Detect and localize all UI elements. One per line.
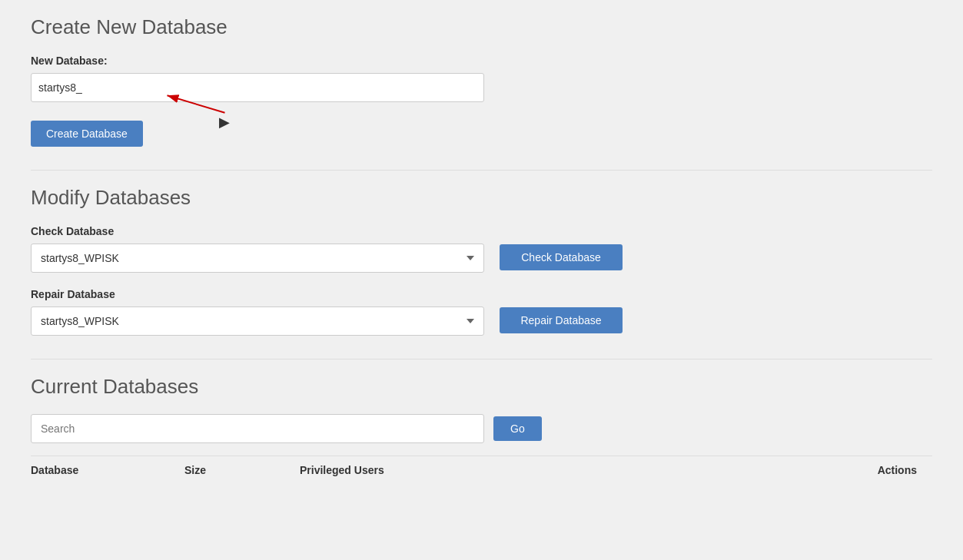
create-database-section: Create New Database New Database: starty… (31, 15, 932, 147)
new-database-input-wrapper: startys8_ (31, 73, 484, 102)
section-divider-2 (31, 359, 932, 360)
col-header-actions: Actions (492, 464, 932, 476)
new-database-field-group: New Database: startys8_ (31, 55, 932, 102)
check-database-label: Check Database (31, 225, 932, 237)
search-row: Go (31, 414, 932, 443)
check-database-button[interactable]: Check Database (500, 244, 623, 270)
current-section-title: Current Databases (31, 375, 932, 399)
check-select-wrapper: startys8_WPISK (31, 244, 484, 273)
repair-database-button[interactable]: Repair Database (500, 307, 623, 333)
repair-database-row: startys8_WPISK Repair Database (31, 307, 932, 336)
check-database-row: startys8_WPISK Check Database (31, 244, 932, 273)
repair-button-wrapper: Repair Database (500, 307, 623, 335)
repair-database-label: Repair Database (31, 288, 932, 300)
check-database-group: Check Database startys8_WPISK Check Data… (31, 225, 932, 273)
col-header-size: Size (184, 464, 300, 476)
col-header-privileged-users: Privileged Users (300, 464, 492, 476)
repair-database-group: Repair Database startys8_WPISK Repair Da… (31, 288, 932, 336)
current-databases-section: Current Databases Go Database Size Privi… (31, 375, 932, 484)
section-divider-1 (31, 170, 932, 171)
check-button-wrapper: Check Database (500, 244, 623, 272)
repair-database-select[interactable]: startys8_WPISK (31, 307, 484, 336)
modify-section-title: Modify Databases (31, 186, 932, 210)
create-database-button[interactable]: Create Database (31, 121, 143, 147)
new-database-input[interactable] (31, 73, 484, 102)
col-header-database: Database (31, 464, 184, 476)
repair-select-wrapper: startys8_WPISK (31, 307, 484, 336)
check-database-select[interactable]: startys8_WPISK (31, 244, 484, 273)
new-database-label: New Database: (31, 55, 932, 67)
page-wrapper: Create New Database New Database: starty… (0, 0, 963, 560)
table-header: Database Size Privileged Users Actions (31, 456, 932, 484)
create-section-title: Create New Database (31, 15, 932, 39)
cursor-icon: ▶ (219, 114, 230, 131)
go-button[interactable]: Go (493, 416, 542, 441)
search-input[interactable] (31, 414, 484, 443)
modify-databases-section: Modify Databases Check Database startys8… (31, 186, 932, 336)
